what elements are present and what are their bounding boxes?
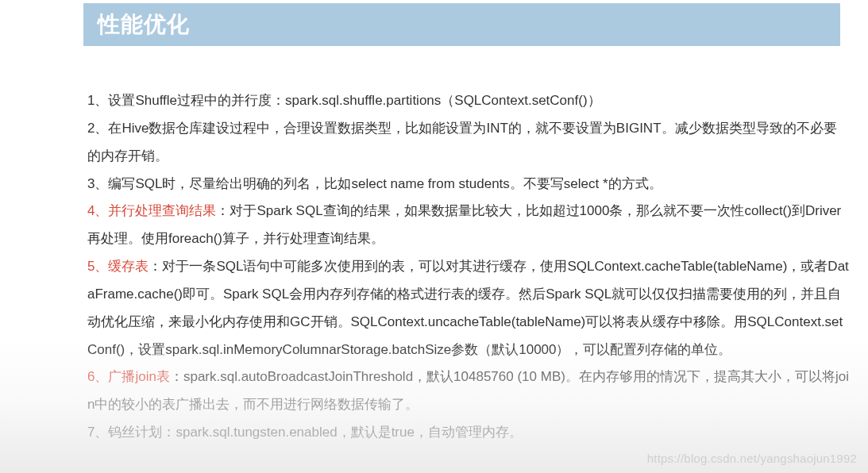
item-3: 3、编写SQL时，尽量给出明确的列名，比如select name from st… <box>87 171 849 198</box>
item-6-text: ：spark.sql.autoBroadcastJoinThreshold，默认… <box>87 369 849 412</box>
item-5: 5、缓存表：对于一条SQL语句中可能多次使用到的表，可以对其进行缓存，使用SQL… <box>87 253 849 363</box>
item-6-heading: 6、广播join表 <box>87 369 170 384</box>
item-7: 7、钨丝计划：spark.sql.tungsten.enabled，默认是tru… <box>87 419 849 447</box>
slide-content: 1、设置Shuffle过程中的并行度：spark.sql.shuffle.par… <box>87 87 849 447</box>
item-4-heading: 4、并行处理查询结果 <box>87 203 216 218</box>
item-5-text: ：对于一条SQL语句中可能多次使用到的表，可以对其进行缓存，使用SQLConte… <box>87 259 849 357</box>
watermark-text: https://blog.csdn.net/yangshaojun1992 <box>647 452 857 465</box>
slide-header: 性能优化 <box>83 3 840 46</box>
item-4: 4、并行处理查询结果：对于Spark SQL查询的结果，如果数据量比较大，比如超… <box>87 198 849 253</box>
item-5-heading: 5、缓存表 <box>87 259 149 274</box>
item-6: 6、广播join表：spark.sql.autoBroadcastJoinThr… <box>87 363 849 419</box>
item-1: 1、设置Shuffle过程中的并行度：spark.sql.shuffle.par… <box>87 87 849 115</box>
slide-title: 性能优化 <box>98 12 190 37</box>
item-2: 2、在Hive数据仓库建设过程中，合理设置数据类型，比如能设置为INT的，就不要… <box>87 115 849 171</box>
